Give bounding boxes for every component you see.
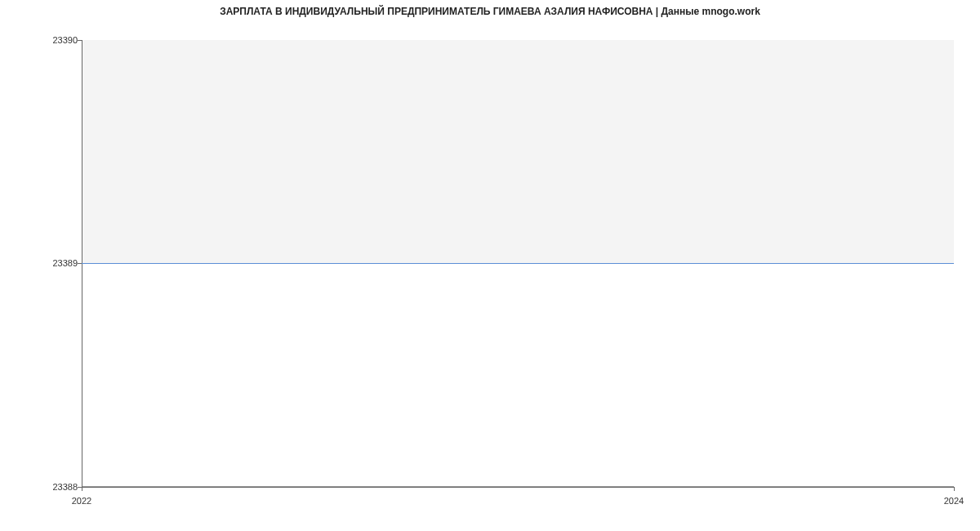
ytick-label: 23389 [4,259,78,268]
x-axis-line [82,487,954,488]
xtick-marker [82,487,82,491]
ytick-label: 23390 [4,36,78,45]
series-line [82,263,954,264]
xtick-label: 2024 [929,497,978,506]
plot-upper-panel [82,40,954,264]
plot-lower-panel [82,264,954,487]
xtick-marker [954,487,955,491]
xtick-label: 2022 [57,497,106,506]
ytick-marker [78,40,82,41]
chart-title: ЗАРПЛАТА В ИНДИВИДУАЛЬНЫЙ ПРЕДПРИНИМАТЕЛ… [0,6,980,17]
ytick-label: 23388 [4,483,78,492]
chart-container: ЗАРПЛАТА В ИНДИВИДУАЛЬНЫЙ ПРЕДПРИНИМАТЕЛ… [0,0,980,531]
